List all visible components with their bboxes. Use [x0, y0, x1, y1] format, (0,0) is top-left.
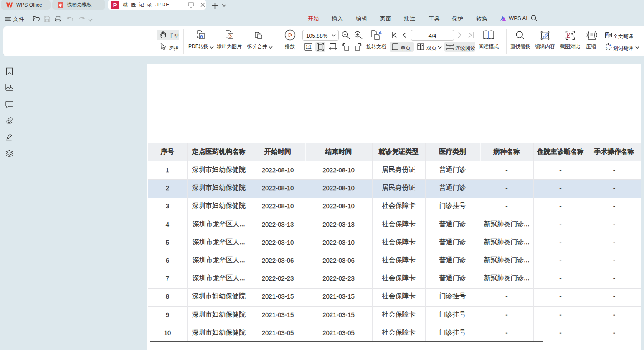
svg-text:A: A — [606, 33, 608, 37]
svg-text:文: 文 — [609, 33, 612, 37]
svg-text:P: P — [113, 2, 117, 8]
svg-text:文: 文 — [605, 47, 609, 50]
svg-text:A: A — [609, 43, 612, 47]
svg-text:1:1: 1:1 — [306, 45, 312, 49]
